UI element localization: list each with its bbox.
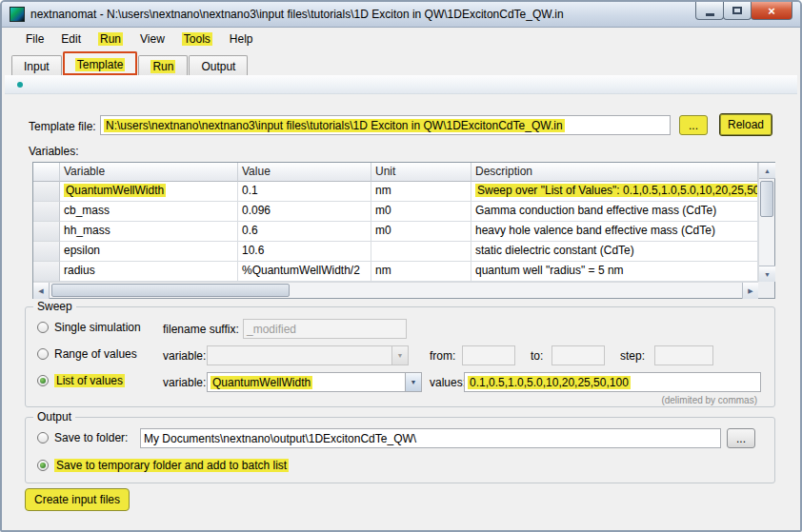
cell-value[interactable]: 0.1 xyxy=(238,182,371,202)
app-icon xyxy=(10,7,25,22)
scroll-left-button[interactable]: ◀ xyxy=(33,283,50,299)
browse-template-button[interactable]: ... xyxy=(679,115,708,135)
values-hint: (delimited by commas) xyxy=(661,395,757,405)
save-to-folder-label: Save to folder: xyxy=(54,431,128,444)
step-label: step: xyxy=(620,349,645,363)
values-label: values: xyxy=(430,376,466,389)
from-label: from: xyxy=(430,349,455,363)
radio-icon xyxy=(37,348,49,360)
list-of-values-radio[interactable]: List of values xyxy=(37,373,125,388)
cell-description[interactable]: static dielectric constant (CdTe) xyxy=(471,242,758,262)
minimize-button[interactable] xyxy=(695,2,724,20)
table-header: Variable Value Unit Description xyxy=(33,163,758,182)
cell-value[interactable]: 0.096 xyxy=(238,202,371,222)
title-bar[interactable]: nextnanomat - N:\users\nextnano\nextnano… xyxy=(2,2,800,28)
table-row: radius %QuantumWellWidth/2 nm quantum we… xyxy=(33,262,758,282)
cell-variable[interactable]: hh_mass xyxy=(60,222,238,242)
menu-item-view[interactable]: View xyxy=(131,30,173,49)
table-row: cb_mass 0.096 m0 Gamma conduction band e… xyxy=(33,202,758,222)
variables-table: Variable Value Unit Description QuantumW… xyxy=(32,162,775,299)
column-header-value[interactable]: Value xyxy=(238,163,371,182)
cell-variable[interactable]: radius xyxy=(60,262,238,282)
radio-selected-icon xyxy=(37,460,49,471)
table-row: hh_mass 0.6 m0 heavy hole valence band e… xyxy=(33,222,758,242)
save-to-temp-radio[interactable]: Save to temporary folder and add to batc… xyxy=(37,458,289,473)
cell-variable[interactable]: epsilon xyxy=(60,242,238,262)
row-selector[interactable] xyxy=(33,262,60,282)
scroll-down-button[interactable]: ▼ xyxy=(759,266,775,282)
radio-icon xyxy=(37,432,49,443)
browse-output-button[interactable]: ... xyxy=(727,428,755,448)
sweep-group-title: Sweep xyxy=(33,300,76,313)
cell-unit[interactable]: m0 xyxy=(371,202,471,222)
table-row: QuantumWellWidth 0.1 nm Sweep over "List… xyxy=(33,182,758,202)
row-selector[interactable] xyxy=(33,202,60,222)
menu-item-help[interactable]: Help xyxy=(221,30,262,49)
scroll-right-button[interactable]: ▶ xyxy=(742,283,758,299)
horizontal-scroll-thumb[interactable] xyxy=(51,284,290,297)
row-selector[interactable] xyxy=(33,242,60,262)
tool-strip xyxy=(5,75,797,94)
chevron-down-icon: ▼ xyxy=(391,346,408,365)
output-folder-input[interactable]: My Documents\nextnano\output\1DExcitonCd… xyxy=(140,428,721,448)
tab-input[interactable]: Input xyxy=(11,55,62,75)
cell-variable[interactable]: cb_mass xyxy=(60,202,238,222)
scrollbar-corner xyxy=(758,282,774,298)
cell-description[interactable]: heavy hole valence band effective mass (… xyxy=(471,222,758,242)
values-input[interactable]: 0.1,0.5,1.0,5.0,10,20,25,50,100 xyxy=(464,372,761,392)
close-icon: × xyxy=(768,4,775,18)
horizontal-scrollbar[interactable]: ◀ ▶ xyxy=(33,282,758,298)
cell-unit[interactable]: m0 xyxy=(371,222,471,242)
scroll-up-button[interactable]: ▲ xyxy=(759,163,775,179)
vertical-scroll-thumb[interactable] xyxy=(760,181,773,217)
select-all-cell[interactable] xyxy=(33,163,60,182)
reload-button[interactable]: Reload xyxy=(719,113,772,136)
cell-variable[interactable]: QuantumWellWidth xyxy=(60,182,238,202)
column-header-variable[interactable]: Variable xyxy=(60,163,238,182)
save-to-folder-radio[interactable]: Save to folder: xyxy=(37,430,128,445)
template-file-input[interactable]: N:\users\nextnano\nextnano3\input files\… xyxy=(100,115,671,135)
menu-item-run[interactable]: Run xyxy=(90,30,131,49)
row-selector[interactable] xyxy=(33,182,60,202)
cell-unit[interactable] xyxy=(371,242,471,262)
range-of-values-radio[interactable]: Range of values xyxy=(37,346,137,362)
row-selector[interactable] xyxy=(33,222,60,242)
save-to-temp-label: Save to temporary folder and add to batc… xyxy=(54,459,289,472)
maximize-button[interactable] xyxy=(723,2,752,20)
maximize-icon xyxy=(732,7,742,14)
table-row: epsilon 10.6 static dielectric constant … xyxy=(33,242,758,262)
cell-value[interactable]: 0.6 xyxy=(238,222,371,242)
menu-item-tools[interactable]: Tools xyxy=(173,30,221,49)
range-variable-label: variable: xyxy=(163,349,206,363)
create-input-files-button[interactable]: Create input files xyxy=(25,488,130,511)
tab-template[interactable]: Template xyxy=(63,51,138,75)
filename-suffix-input: _modified xyxy=(243,319,407,339)
list-variable-combo[interactable]: QuantumWellWidth ▼ xyxy=(207,372,422,392)
list-variable-label: variable: xyxy=(163,376,206,389)
vertical-scrollbar[interactable]: ▲ ▼ xyxy=(758,163,774,282)
radio-icon xyxy=(37,322,49,333)
cell-value[interactable]: %QuantumWellWidth/2 xyxy=(238,262,371,282)
menu-item-edit[interactable]: Edit xyxy=(52,30,90,49)
cell-unit[interactable]: nm xyxy=(371,182,471,202)
cell-value[interactable]: 10.6 xyxy=(238,242,371,262)
app-window: nextnanomat - N:\users\nextnano\nextnano… xyxy=(0,0,802,532)
chevron-down-icon[interactable]: ▼ xyxy=(405,373,421,391)
cell-unit[interactable]: nm xyxy=(371,262,471,282)
menu-item-file[interactable]: File xyxy=(17,30,52,49)
tab-run[interactable]: Run xyxy=(138,55,188,75)
cell-description[interactable]: Gamma conduction band effective mass (Cd… xyxy=(471,202,758,222)
column-header-description[interactable]: Description xyxy=(471,163,758,182)
sweep-group: Sweep Single simulation filename suffix:… xyxy=(25,306,775,407)
arrow-left-icon: ◀ xyxy=(38,287,43,295)
close-button[interactable]: × xyxy=(751,2,792,20)
cell-description[interactable]: quantum well "radius" = 5 nm xyxy=(471,262,758,282)
tab-output[interactable]: Output xyxy=(189,55,248,75)
cell-description[interactable]: Sweep over "List of Values": 0.1,0.5,1.0… xyxy=(471,182,758,202)
column-header-unit[interactable]: Unit xyxy=(371,163,471,182)
window-title: nextnanomat - N:\users\nextnano\nextnano… xyxy=(30,8,564,21)
to-label: to: xyxy=(531,349,543,363)
single-simulation-radio[interactable]: Single simulation xyxy=(37,320,141,335)
step-input xyxy=(654,345,713,365)
arrow-up-icon: ▲ xyxy=(764,167,771,174)
